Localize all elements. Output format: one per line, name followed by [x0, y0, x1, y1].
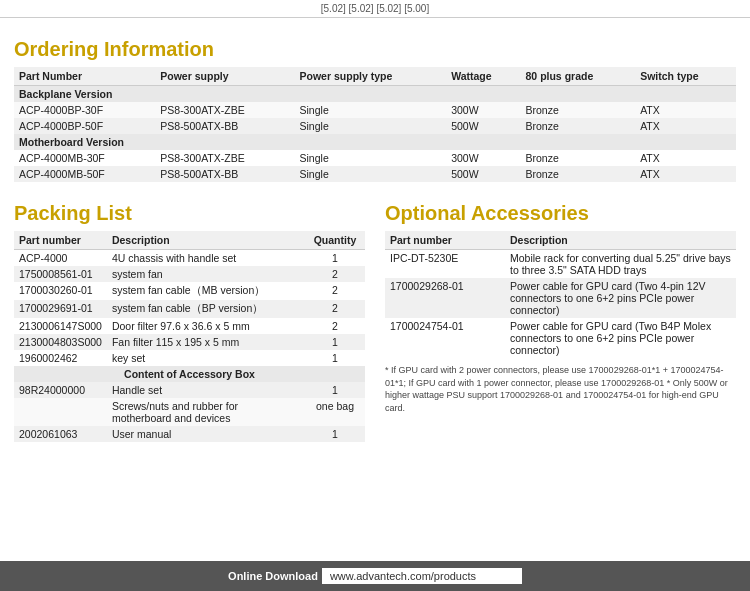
table-row: 1750008561-01system fan2 — [14, 266, 365, 282]
accessories-table: Part numberDescription IPC-DT-5230EMobil… — [385, 231, 736, 358]
accessories-col-header: Description — [505, 231, 736, 250]
table-row: 1700029268-01Power cable for GPU card (T… — [385, 278, 736, 318]
table-row: 2002061063User manual1 — [14, 426, 365, 442]
table-row: ACP-4000MB-30FPS8-300ATX-ZBESingle300WBr… — [14, 150, 736, 166]
accessories-col-header: Part number — [385, 231, 505, 250]
table-row: 2130006147S000Door filter 97.6 x 36.6 x … — [14, 318, 365, 334]
ordering-table: Part NumberPower supplyPower supply type… — [14, 67, 736, 182]
ordering-header: Part NumberPower supplyPower supply type… — [14, 67, 736, 86]
table-row: IPC-DT-5230EMobile rack for converting d… — [385, 250, 736, 279]
ordering-col-header: Wattage — [446, 67, 520, 86]
ordering-group-header: Backplane Version — [14, 86, 736, 103]
packing-col-header: Part number — [14, 231, 107, 250]
table-row: ACP-4000BP-50FPS8-500ATX-BBSingle500WBro… — [14, 118, 736, 134]
download-label: Online Download — [228, 570, 318, 582]
ordering-col-header: Part Number — [14, 67, 155, 86]
accessories-header: Part numberDescription — [385, 231, 736, 250]
download-url: www.advantech.com/products — [322, 568, 522, 584]
ordering-col-header: Power supply — [155, 67, 294, 86]
packing-col-header: Quantity — [305, 231, 365, 250]
bottom-bar: Online Download www.advantech.com/produc… — [0, 561, 750, 591]
table-row: 98R24000000Handle set1 — [14, 382, 365, 398]
table-row: ACP-4000MB-50FPS8-500ATX-BBSingle500WBro… — [14, 166, 736, 182]
table-row: 2130004803S000Fan filter 115 x 195 x 5 m… — [14, 334, 365, 350]
accessories-footnote: * If GPU card with 2 power connectors, p… — [385, 364, 736, 414]
packing-title: Packing List — [14, 202, 365, 225]
table-row: ACP-40004U chassis with handle set1 — [14, 250, 365, 267]
packing-group-header: Content of Accessory Box — [14, 366, 365, 382]
packing-col-header: Description — [107, 231, 305, 250]
ordering-col-header: Power supply type — [295, 67, 447, 86]
table-row: 1700030260-01system fan cable（MB version… — [14, 282, 365, 300]
ordering-col-header: 80 plus grade — [521, 67, 636, 86]
table-row: Screws/nuts and rubber for motherboard a… — [14, 398, 365, 426]
ordering-title: Ordering Information — [14, 38, 736, 61]
table-row: ACP-4000BP-30FPS8-300ATX-ZBESingle300WBr… — [14, 102, 736, 118]
top-dimensions: [5.02] [5.02] [5.02] [5.00] — [0, 0, 750, 18]
ordering-group-header: Motherboard Version — [14, 134, 736, 150]
packing-table: Part numberDescriptionQuantity ACP-40004… — [14, 231, 365, 442]
packing-header: Part numberDescriptionQuantity — [14, 231, 365, 250]
accessories-title: Optional Accessories — [385, 202, 736, 225]
table-row: 1700024754-01Power cable for GPU card (T… — [385, 318, 736, 358]
table-row: 1700029691-01system fan cable（BP version… — [14, 300, 365, 318]
ordering-col-header: Switch type — [635, 67, 736, 86]
table-row: 1960002462key set1 — [14, 350, 365, 366]
